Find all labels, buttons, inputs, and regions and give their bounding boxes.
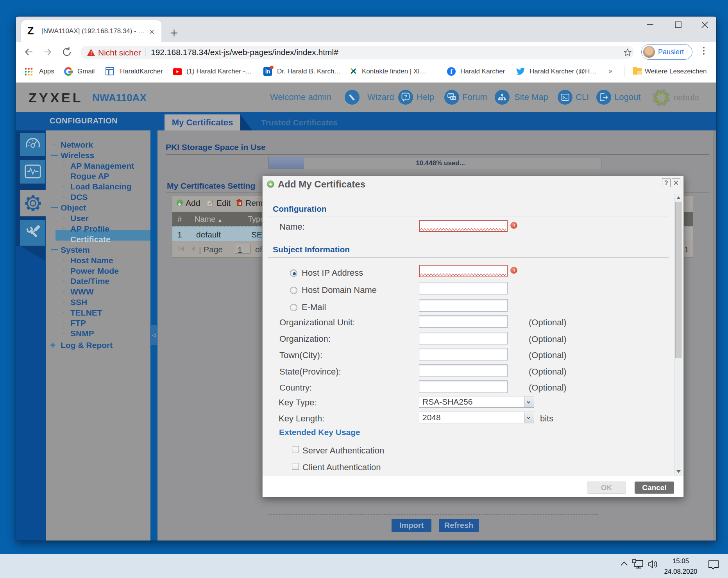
svg-text:?: ? xyxy=(404,94,407,100)
